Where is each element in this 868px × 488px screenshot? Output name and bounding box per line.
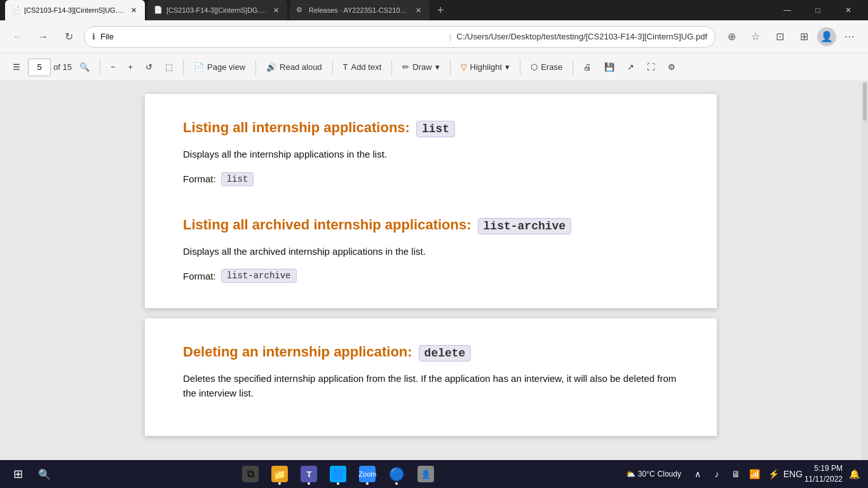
url-bar[interactable]: ℹ File | C:/Users/User/Desktop/test/test… [84, 26, 715, 48]
favorites-button[interactable]: ☆ [745, 26, 766, 48]
system-tray-chevron[interactable]: ∧ [689, 465, 707, 483]
section-3-heading: Deleting an internship application: dele… [183, 344, 679, 362]
section-3-heading-code: delete [419, 345, 471, 362]
section-delete: Deleting an internship application: dele… [183, 344, 679, 400]
tab-title-1: [CS2103-F14-3][CinternS]UG.pdf [24, 6, 125, 14]
page-view-button[interactable]: 📄 Page view [189, 57, 250, 78]
volume-icon[interactable]: ♪ [708, 465, 726, 483]
battery-icon[interactable]: ⚡ [765, 465, 783, 483]
zoom-in-button[interactable]: + [123, 57, 139, 78]
time-display: 5:19 PM [804, 463, 843, 474]
new-tab-button[interactable]: + [432, 0, 449, 20]
start-button[interactable]: ⊞ [5, 461, 31, 487]
sidebar-toggle-button[interactable]: ☰ [8, 57, 25, 78]
taskbar-right: ⛅ 30°C Cloudy ∧ ♪ 🖥 📶 ⚡ ENG 5:19 PM 11/1… [621, 463, 863, 485]
section-list-archive: Listing all archived internship applicat… [183, 217, 679, 283]
pdf-settings-button[interactable]: ⚙ [663, 57, 681, 78]
page-number-input[interactable] [28, 58, 51, 76]
wallet-button[interactable]: ⊞ [793, 26, 815, 48]
tab-favicon-1: 📄 [11, 6, 20, 15]
search-button-taskbar[interactable]: 🔍 [33, 463, 56, 485]
language-label: ENG [783, 469, 803, 479]
fileexplorer-icon: 📁 [271, 466, 288, 482]
taskbar-app-taskview[interactable]: ⧉ [236, 461, 264, 487]
taskbar-app-zoom[interactable]: Zoom [353, 461, 381, 487]
notification-button[interactable]: 🔔 [845, 465, 863, 483]
taskbar-app-teams[interactable]: T [295, 461, 323, 487]
back-button[interactable]: ← [8, 27, 28, 47]
separator-4 [332, 60, 333, 75]
tab-close-1[interactable]: ✕ [128, 5, 139, 15]
forward-button[interactable]: → [33, 27, 53, 47]
sidebar-icon: ☰ [13, 62, 20, 72]
main-area: Listing all internship applications: lis… [0, 81, 868, 460]
print-icon: 🖨 [583, 62, 592, 72]
zoom-out-button[interactable]: − [105, 57, 121, 78]
section-2-heading-code: list-archive [478, 218, 572, 234]
taskbar-app-chrome[interactable]: 🔵 [383, 461, 410, 487]
section-2-format-label: Format: [183, 271, 216, 281]
zoom-in-icon: + [128, 62, 133, 72]
weather-widget[interactable]: ⛅ 30°C Cloudy [621, 470, 686, 478]
url-separator: | [449, 32, 451, 41]
share-button[interactable]: ↗ [622, 57, 639, 78]
clock[interactable]: 5:19 PM 11/11/2022 [804, 463, 843, 485]
collections-button[interactable]: ⊡ [769, 26, 790, 48]
close-button[interactable]: ✕ [834, 0, 863, 20]
tab-dg-pdf[interactable]: 📄 [CS2103-F14-3][CinternS]DG.pdf ✕ [147, 0, 287, 20]
read-view-button[interactable]: ⊕ [721, 26, 742, 48]
fullscreen-button[interactable]: ⛶ [642, 57, 660, 78]
edge-icon: 🌀 [330, 466, 346, 482]
erase-button[interactable]: ⬡ Erase [526, 57, 567, 78]
display-icon[interactable]: 🖥 [727, 465, 745, 483]
date-display: 11/11/2022 [804, 474, 843, 485]
rotate-button[interactable]: ↺ [140, 57, 158, 78]
language-icon[interactable]: ENG [784, 465, 802, 483]
highlight-button[interactable]: ▽ Highlight ▾ [456, 57, 515, 78]
section-list: Listing all internship applications: lis… [183, 119, 679, 186]
add-text-icon: T [343, 62, 348, 72]
app-dot-fileexplorer [278, 482, 281, 485]
section-1-format-code: list [221, 172, 254, 186]
tab-releases[interactable]: ⚙ Releases · AY2223S1-CS2103-F14-... ✕ [290, 0, 430, 20]
fullscreen-icon: ⛶ [647, 62, 655, 72]
refresh-button[interactable]: ↻ [58, 27, 79, 47]
minimize-button[interactable]: — [773, 0, 802, 20]
system-icons: ∧ ♪ 🖥 📶 ⚡ ENG [689, 465, 802, 483]
settings-menu-button[interactable]: ⋯ [839, 26, 860, 48]
profile-button[interactable]: 👤 [817, 27, 836, 46]
add-text-button[interactable]: T Add text [338, 57, 387, 78]
taskview-icon: ⧉ [242, 466, 259, 482]
highlight-label: Highlight [470, 62, 503, 72]
app-dot-chrome [395, 482, 398, 485]
tab-close-2[interactable]: ✕ [271, 5, 281, 15]
draw-button[interactable]: ✏ Draw ▾ [397, 57, 444, 78]
scrollbar[interactable] [862, 81, 868, 460]
app-dot-zoom [366, 482, 369, 485]
section-1-format-label: Format: [183, 173, 216, 184]
draw-label: Draw [412, 62, 431, 72]
pdf-content[interactable]: Listing all internship applications: lis… [0, 81, 862, 460]
tab-ug-pdf[interactable]: 📄 [CS2103-F14-3][CinternS]UG.pdf ✕ [5, 0, 145, 20]
taskbar-app-fileexplorer[interactable]: 📁 [266, 461, 294, 487]
teams-icon: T [301, 466, 317, 482]
tab-close-3[interactable]: ✕ [413, 5, 423, 15]
network-icon[interactable]: 📶 [746, 465, 764, 483]
read-aloud-button[interactable]: 🔊 Read aloud [261, 57, 327, 78]
search-button[interactable]: 🔍 [74, 57, 95, 78]
page-controls: of 15 [28, 58, 72, 76]
browser-toolbar-icons: ⊕ ☆ ⊡ ⊞ 👤 ⋯ [721, 26, 860, 48]
section-1-heading-code: list [416, 121, 455, 137]
fit-page-button[interactable]: ⬚ [160, 57, 178, 78]
maximize-button[interactable]: □ [803, 0, 832, 20]
section-3-heading-text: Deleting an internship application: [183, 344, 412, 360]
scrollbar-thumb[interactable] [863, 83, 867, 121]
taskbar-apps: ⧉ 📁 T 🌀 Zoom 🔵 👤 [58, 461, 618, 487]
pdf-toolbar: ☰ of 15 🔍 − + ↺ ⬚ 📄 Page view 🔊 Read alo… [0, 53, 868, 81]
highlight-icon: ▽ [461, 62, 467, 72]
save-button[interactable]: 💾 [599, 57, 620, 78]
taskbar-app-edge[interactable]: 🌀 [324, 461, 352, 487]
taskbar-app-extra[interactable]: 👤 [412, 461, 440, 487]
print-button[interactable]: 🖨 [578, 57, 597, 78]
chrome-icon: 🔵 [388, 466, 405, 482]
